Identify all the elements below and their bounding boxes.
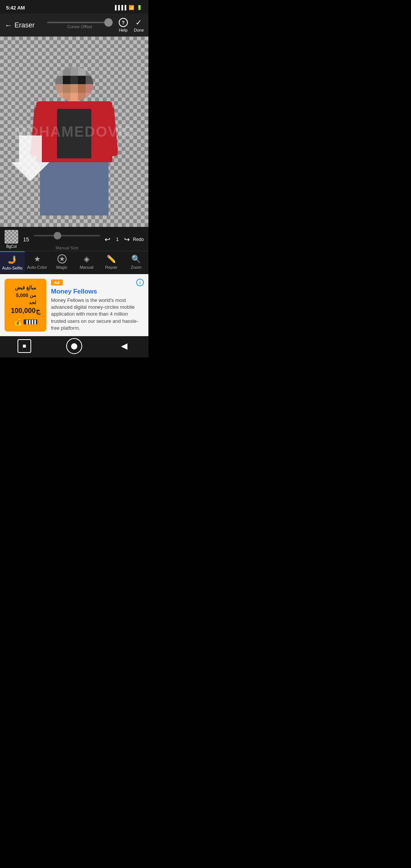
ad-arabic-text2: من 5,000	[15, 292, 36, 299]
time-display: 5:42 AM	[6, 5, 25, 11]
nav-back-button[interactable]: ◀	[117, 339, 131, 353]
ad-tag: Ad	[51, 279, 63, 286]
tab-zoom[interactable]: 🔍 Zoom	[124, 251, 148, 273]
pant-right	[75, 162, 109, 215]
svg-marker-0	[11, 136, 49, 181]
slider-label: Cursor Offset	[67, 24, 92, 29]
tab-auto-color-label: Auto-Color	[27, 265, 47, 270]
nav-circle-icon: ⬤	[71, 342, 78, 349]
tab-auto-selfie-label: Auto-Selfie	[2, 266, 23, 270]
ad-banner[interactable]: مبالغ قبض من 5,000 لحد ج100,000 💰 ▐▐▐▐ A…	[0, 274, 148, 336]
bgcolor-button[interactable]: BgCol	[5, 230, 18, 249]
bottom-controls: BgCol 15 Manual Size ↩ 1 ↪ Redo 🤳 Auto-S…	[0, 227, 148, 274]
done-button[interactable]: ✓ Done	[134, 18, 144, 32]
pants	[40, 162, 108, 215]
zoom-icon: 🔍	[131, 254, 141, 263]
status-icons: ▐▐▐▐ 📶 🔋	[113, 5, 142, 10]
tab-zoom-label: Zoom	[131, 265, 141, 270]
ad-content: Ad i Money Fellows Money Fellows is the …	[51, 279, 144, 332]
slider-track[interactable]	[47, 22, 112, 23]
help-icon: ?	[119, 18, 128, 27]
ad-amount: ج100,000	[11, 306, 40, 315]
tab-manual-label: Manual	[80, 265, 93, 270]
undo-redo-controls: ↩ 1 ↪ Redo	[103, 234, 144, 245]
ad-barcode-icon: ▐▐▐▐	[24, 319, 37, 324]
redo-button[interactable]: ↪	[123, 234, 131, 245]
ad-info-button[interactable]: i	[136, 279, 144, 286]
battery-icon: 🔋	[137, 5, 142, 10]
size-value: 15	[21, 236, 31, 243]
ad-currency: ج	[36, 307, 40, 314]
nav-square-icon: ■	[22, 343, 26, 349]
undo-count: 1	[113, 236, 121, 242]
tab-repair-label: Repair	[105, 265, 117, 270]
wifi-icon: 📶	[129, 5, 134, 10]
size-slider[interactable]: Manual Size	[34, 235, 100, 244]
magic-icon: ★	[57, 254, 67, 263]
tab-manual[interactable]: ◈ Manual	[74, 251, 99, 273]
ad-logo-icon: 💰	[14, 318, 22, 326]
size-controls: BgCol 15 Manual Size ↩ 1 ↪ Redo	[0, 230, 148, 249]
slider-thumb[interactable]	[104, 18, 113, 27]
ad-arabic-text1: مبالغ قبض	[15, 284, 36, 292]
redo-label: Redo	[133, 237, 144, 242]
back-button[interactable]: ← Eraser	[5, 21, 41, 30]
ad-arabic-line1: مبالغ قبض من 5,000 لحد	[15, 284, 36, 306]
bgcolor-label: BgCol	[6, 244, 16, 249]
nav-triangle-icon: ◀	[121, 341, 127, 351]
undo-button[interactable]: ↩	[103, 234, 112, 245]
ad-image: مبالغ قبض من 5,000 لحد ج100,000 💰 ▐▐▐▐	[5, 279, 46, 332]
tab-repair[interactable]: ✏️ Repair	[99, 251, 124, 273]
ad-tag-row: Ad i	[51, 279, 144, 286]
tab-auto-selfie[interactable]: 🤳 Auto-Selfie	[0, 251, 25, 273]
cursor-offset-slider[interactable]: Cursor Offset	[44, 22, 116, 29]
help-label: Help	[119, 28, 127, 32]
check-icon: ✓	[135, 18, 142, 27]
done-label: Done	[134, 28, 144, 32]
toolbar-actions: ? Help ✓ Done	[119, 18, 144, 32]
ad-description: Money Fellows is the world's most advanc…	[51, 297, 144, 332]
repair-icon: ✏️	[107, 254, 116, 263]
back-arrow-icon: ←	[5, 21, 12, 30]
tool-tabs: 🤳 Auto-Selfie ★ Auto-Color ★ Magic ◈ Man…	[0, 251, 148, 274]
size-slider-thumb[interactable]	[54, 232, 61, 239]
tab-magic[interactable]: ★ Magic	[49, 251, 74, 273]
toolbar-title: Eraser	[14, 21, 35, 29]
arrow-pointer	[11, 136, 49, 181]
help-button[interactable]: ? Help	[119, 18, 128, 32]
nav-square-button[interactable]: ■	[18, 339, 31, 353]
ad-title[interactable]: Money Fellows	[51, 288, 144, 295]
auto-color-icon: ★	[34, 254, 41, 263]
auto-selfie-icon: 🤳	[8, 255, 17, 264]
top-toolbar: ← Eraser Cursor Offset ? Help ✓ Done	[0, 14, 148, 37]
signal-icon: ▐▐▐▐	[113, 5, 126, 10]
tab-auto-color[interactable]: ★ Auto-Color	[25, 251, 49, 273]
right-arm	[97, 106, 118, 157]
ad-arabic-text3: لحد	[15, 299, 36, 306]
size-slider-track[interactable]	[34, 235, 100, 236]
nav-circle-button[interactable]: ⬤	[66, 338, 82, 354]
inner-shirt	[57, 109, 91, 158]
person-head	[55, 67, 93, 101]
bgcolor-icon	[5, 230, 18, 244]
manual-icon: ◈	[84, 254, 89, 263]
nav-bar: ■ ⬤ ◀	[0, 336, 148, 357]
tab-magic-label: Magic	[56, 265, 67, 270]
canvas-area[interactable]: MOHAMEDOVIC	[0, 37, 148, 227]
ad-icon-row: 💰 ▐▐▐▐	[14, 318, 37, 326]
status-bar: 5:42 AM ▐▐▐▐ 📶 🔋	[0, 0, 148, 14]
size-label: Manual Size	[56, 246, 79, 250]
